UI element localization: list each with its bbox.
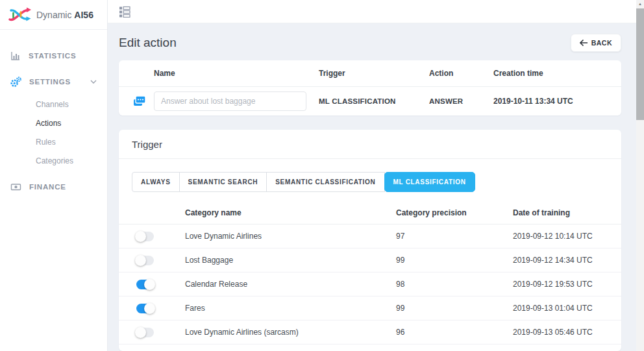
trigger-card: Trigger ALWAYS SEMANTIC SEARCH SEMANTIC … — [119, 130, 621, 351]
category-date: 2019-09-12 19:53 UTC — [513, 280, 608, 289]
logo-mark-icon — [8, 5, 32, 25]
chat-icon — [132, 94, 154, 108]
toggle-knob — [135, 231, 146, 242]
sidebar-item-label: SETTINGS — [29, 78, 71, 86]
category-toggle[interactable] — [136, 256, 154, 265]
settings-submenu: Channels Actions Rules Categories — [0, 95, 107, 170]
chevron-down-icon — [90, 80, 97, 84]
brand-name: Dynamic AI56 — [36, 10, 93, 20]
category-precision: 99 — [396, 256, 513, 265]
category-name: Fares — [185, 304, 396, 313]
brand-logo: Dynamic AI56 — [0, 0, 107, 30]
action-creation-time-value: 2019-10-11 13:34 UTC — [493, 97, 608, 106]
category-row: Lost Baggage 99 2019-09-12 14:34 UTC — [119, 248, 621, 272]
category-name: Lost Baggage — [185, 256, 396, 265]
topbar — [108, 0, 644, 23]
category-row: Love Dynamic Airlines 97 2019-09-12 10:1… — [119, 224, 621, 248]
app-window: Dynamic AI56 STATISTICS — [0, 0, 644, 351]
bar-chart-icon — [10, 51, 21, 61]
sidebar-item-rules[interactable]: Rules — [36, 132, 107, 151]
back-button[interactable]: BACK — [571, 34, 621, 52]
category-date: 2019-09-12 10:14 UTC — [513, 232, 608, 241]
toggle-knob — [135, 327, 146, 338]
sidebar-item-statistics[interactable]: STATISTICS — [0, 43, 107, 69]
action-card: Name Trigger Action Creation time — [119, 60, 621, 115]
sidebar-item-channels[interactable]: Channels — [36, 95, 107, 114]
category-row: Fares 99 2019-09-13 01:04 UTC — [119, 297, 621, 321]
column-header-action: Action — [429, 69, 493, 78]
gears-icon — [10, 77, 21, 88]
category-precision: 96 — [396, 328, 513, 337]
trigger-card-title: Trigger — [119, 130, 621, 159]
toggle-knob — [144, 303, 155, 314]
scrollbar-track: ▲ — [636, 0, 644, 351]
action-trigger-value: ML CLASSIFICATION — [319, 97, 429, 105]
category-toggle[interactable] — [136, 304, 154, 313]
sidebar: Dynamic AI56 STATISTICS — [0, 0, 108, 351]
scrollbar-thumb[interactable] — [636, 8, 644, 120]
toggle-knob — [135, 255, 146, 266]
sidebar-item-label: STATISTICS — [29, 52, 76, 60]
sidebar-item-settings[interactable]: SETTINGS — [0, 69, 107, 95]
sidebar-item-categories[interactable]: Categories — [36, 151, 107, 170]
category-row: Calendar Release 98 2019-09-12 19:53 UTC — [119, 272, 621, 297]
category-row: Love Dynamic Airlines (sarcasm) 96 2019-… — [119, 321, 621, 345]
toggle-knob — [144, 279, 155, 290]
category-precision: 98 — [396, 280, 513, 289]
category-name: Calendar Release — [185, 280, 396, 289]
column-header-category-name: Category name — [185, 208, 396, 217]
action-table-header: Name Trigger Action Creation time — [119, 60, 621, 87]
tab-ml-classification[interactable]: ML CLASSIFICATION — [384, 172, 475, 192]
scrollbar-up-arrow[interactable]: ▲ — [636, 0, 644, 8]
page-title: Edit action — [119, 36, 177, 50]
sidebar-item-actions[interactable]: Actions — [36, 114, 107, 132]
action-action-value: ANSWER — [429, 97, 493, 105]
sidebar-item-label: FINANCE — [29, 183, 66, 191]
tab-always[interactable]: ALWAYS — [132, 172, 180, 192]
column-header-creation-time: Creation time — [493, 69, 608, 78]
column-header-date-of-training: Date of training — [513, 208, 608, 217]
category-table-header: Category name Category precision Date of… — [119, 201, 621, 224]
trigger-tabs: ALWAYS SEMANTIC SEARCH SEMANTIC CLASSIFI… — [132, 172, 475, 192]
category-toggle[interactable] — [136, 328, 154, 337]
arrow-left-icon — [580, 40, 588, 46]
category-name: Love Dynamic Airlines — [185, 232, 396, 241]
category-date: 2019-09-13 01:04 UTC — [513, 304, 608, 313]
category-precision: 99 — [396, 304, 513, 313]
banknote-icon — [10, 182, 21, 191]
category-date: 2019-09-13 05:46 UTC — [513, 328, 608, 337]
tab-semantic-search[interactable]: SEMANTIC SEARCH — [179, 172, 267, 192]
back-button-label: BACK — [591, 39, 612, 47]
main-area: Edit action BACK Name Trigger Action Cre… — [108, 0, 644, 351]
content-area: Edit action BACK Name Trigger Action Cre… — [108, 23, 644, 351]
list-menu-icon[interactable] — [119, 6, 130, 18]
column-header-name: Name — [154, 69, 319, 78]
category-name: Love Dynamic Airlines (sarcasm) — [185, 328, 396, 337]
category-toggle[interactable] — [136, 280, 154, 289]
sidebar-item-finance[interactable]: FINANCE — [0, 174, 107, 200]
category-date: 2019-09-12 14:34 UTC — [513, 256, 608, 265]
category-toggle[interactable] — [136, 232, 154, 241]
column-header-category-precision: Category precision — [396, 208, 513, 217]
category-precision: 97 — [396, 232, 513, 241]
action-table-row: ML CLASSIFICATION ANSWER 2019-10-11 13:3… — [119, 87, 621, 115]
column-header-trigger: Trigger — [319, 69, 429, 78]
tab-semantic-classification[interactable]: SEMANTIC CLASSIFICATION — [266, 172, 384, 192]
action-name-input[interactable] — [154, 91, 306, 111]
sidebar-nav: STATISTICS SETTINGS — [0, 30, 107, 200]
